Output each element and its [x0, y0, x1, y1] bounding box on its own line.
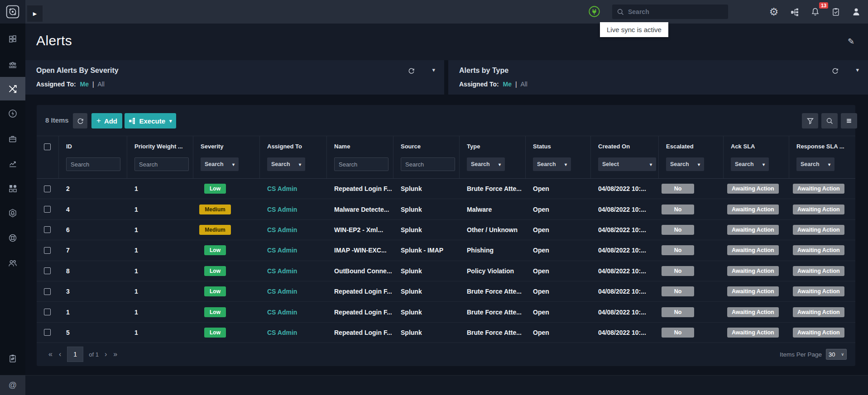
settings-button[interactable]: ⚙ [768, 6, 780, 18]
prev-page-button[interactable]: ‹ [59, 350, 61, 358]
sidebar-item-threat-intel[interactable] [0, 203, 25, 223]
cell-id: 4 [59, 206, 127, 213]
integrations-button[interactable] [789, 6, 801, 18]
table-row[interactable]: 21LowCS AdminRepeated Login F...SplunkBr… [37, 179, 855, 199]
row-checkbox[interactable] [44, 206, 51, 213]
execute-button[interactable]: Execute ▾ [125, 113, 176, 128]
tasks-button[interactable] [830, 6, 842, 18]
sidebar-item-tasks[interactable] [0, 348, 25, 368]
column-filter-select[interactable]: Search▾ [467, 157, 505, 171]
table-row[interactable]: 71LowCS AdminIMAP -WIN-EXC...Splunk - IM… [37, 240, 855, 261]
table-row[interactable]: 81LowCS AdminOutBound Conne...SplunkPoli… [37, 261, 855, 281]
column-label: Assigned To [267, 143, 323, 150]
cell-assigned-to[interactable]: CS Admin [260, 247, 327, 254]
table-row[interactable]: 41MediumCS AdminMalware Detecte...Splunk… [37, 199, 855, 219]
row-checkbox[interactable] [44, 309, 51, 315]
sidebar-item-users[interactable] [0, 253, 25, 273]
sidebar-item-apps[interactable] [0, 178, 25, 198]
sidebar-expand-button[interactable]: ▶ [27, 5, 43, 22]
widget-title: Alerts by Type [459, 67, 508, 75]
column-header-priority-weight[interactable]: Priority Weight ... [127, 136, 193, 178]
widget-refresh-button[interactable] [408, 67, 415, 76]
sidebar-item-mentions[interactable]: @ [0, 375, 25, 395]
table-row[interactable]: 61MediumCS AdminWIN-EP2 - Xml...SplunkOt… [37, 220, 855, 240]
column-header-id[interactable]: ID [59, 136, 127, 178]
user-menu-button[interactable] [850, 6, 862, 18]
assigned-all-link[interactable]: All [97, 81, 105, 88]
current-page-input[interactable]: 1 [67, 347, 83, 362]
cell-id: 7 [59, 247, 127, 254]
column-header-severity[interactable]: SeveritySearch▾ [193, 136, 260, 178]
app-logo[interactable] [0, 0, 25, 24]
row-checkbox[interactable] [44, 186, 51, 192]
sidebar-item-analytics[interactable] [0, 154, 25, 174]
cell-assigned-to[interactable]: CS Admin [260, 288, 327, 295]
cell-assigned-to[interactable]: CS Admin [260, 329, 327, 336]
row-checkbox[interactable] [44, 288, 51, 295]
column-filter-select[interactable]: Select▾ [598, 157, 656, 171]
filter-button[interactable] [802, 113, 818, 128]
cell-created-on: 04/08/2022 10:... [591, 329, 659, 336]
assigned-me-link[interactable]: Me [501, 81, 512, 88]
sidebar-item-cases[interactable] [0, 129, 25, 149]
column-header-name[interactable]: Name [327, 136, 393, 178]
sidebar-item-actions[interactable] [0, 104, 25, 124]
column-header-created-on[interactable]: Created OnSelect▾ [591, 136, 659, 178]
row-checkbox[interactable] [44, 247, 51, 254]
sidebar-item-team[interactable] [0, 55, 25, 75]
next-page-button[interactable]: › [105, 350, 107, 358]
assigned-me-link[interactable]: Me [78, 81, 89, 88]
column-header-escalated[interactable]: EscalatedSearch▾ [659, 136, 724, 178]
column-filter-input[interactable] [66, 157, 120, 171]
column-header-type[interactable]: TypeSearch▾ [460, 136, 526, 178]
column-filter-select[interactable]: Search▾ [796, 157, 834, 171]
filter-funnel-icon [806, 117, 814, 125]
last-page-button[interactable]: » [113, 350, 117, 358]
column-header-status[interactable]: StatusSearch▾ [526, 136, 591, 178]
table-row[interactable]: 31LowCS AdminRepeated Login F...SplunkBr… [37, 281, 855, 302]
severity-badge: Low [204, 328, 226, 338]
sidebar-item-alerts-active[interactable] [0, 77, 25, 100]
table-search-button[interactable] [821, 113, 838, 128]
columns-menu-button[interactable] [841, 113, 857, 128]
sidebar-item-dashboard[interactable] [0, 29, 25, 49]
items-per-page-select[interactable]: 30 ∨ [826, 349, 847, 360]
cell-assigned-to[interactable]: CS Admin [260, 185, 327, 192]
column-header-ack-sla[interactable]: Ack SLASearch▾ [724, 136, 789, 178]
add-button[interactable]: + Add [91, 113, 122, 128]
column-filter-select[interactable]: Search▾ [666, 157, 704, 171]
row-select-cell [37, 226, 59, 233]
cell-assigned-to[interactable]: CS Admin [260, 267, 327, 275]
widget-collapse-button[interactable]: ▾ [432, 67, 435, 73]
row-checkbox[interactable] [44, 226, 51, 233]
live-sync-indicator[interactable] [588, 5, 600, 18]
table-row[interactable]: 11LowCS AdminRepeated Login F...SplunkBr… [37, 302, 855, 322]
first-page-button[interactable]: « [48, 350, 53, 358]
column-filter-input[interactable] [334, 157, 388, 171]
column-header-source[interactable]: Source [393, 136, 460, 178]
filter-select-value: Search [205, 161, 224, 167]
sidebar-item-web[interactable] [0, 228, 25, 248]
column-header-assigned-to[interactable]: Assigned ToSearch▾ [260, 136, 327, 178]
cell-assigned-to[interactable]: CS Admin [260, 226, 327, 233]
column-filter-input[interactable] [134, 157, 189, 171]
column-filter-input[interactable] [401, 157, 455, 171]
row-checkbox[interactable] [44, 267, 51, 274]
column-filter-select[interactable]: Search▾ [267, 157, 305, 171]
column-filter-select[interactable]: Search▾ [731, 157, 769, 171]
column-filter-select[interactable]: Search▾ [533, 157, 571, 171]
widget-refresh-button[interactable] [831, 67, 839, 76]
edit-page-button[interactable]: ✎ [848, 37, 854, 47]
cell-assigned-to[interactable]: CS Admin [260, 206, 327, 213]
notification-count-badge: 13 [819, 2, 828, 9]
row-checkbox[interactable] [44, 329, 51, 336]
widget-collapse-button[interactable]: ▾ [856, 67, 859, 73]
column-filter-select[interactable]: Search▾ [201, 157, 239, 171]
select-all-checkbox[interactable] [44, 143, 51, 150]
table-row[interactable]: 51LowCS AdminRepeated Login F...SplunkBr… [37, 323, 855, 343]
column-header-response-sla[interactable]: Response SLA ...Search▾ [789, 136, 855, 178]
table-refresh-button[interactable] [73, 113, 87, 128]
search-input[interactable] [628, 8, 719, 15]
assigned-all-link[interactable]: All [520, 81, 528, 88]
cell-assigned-to[interactable]: CS Admin [260, 309, 327, 316]
